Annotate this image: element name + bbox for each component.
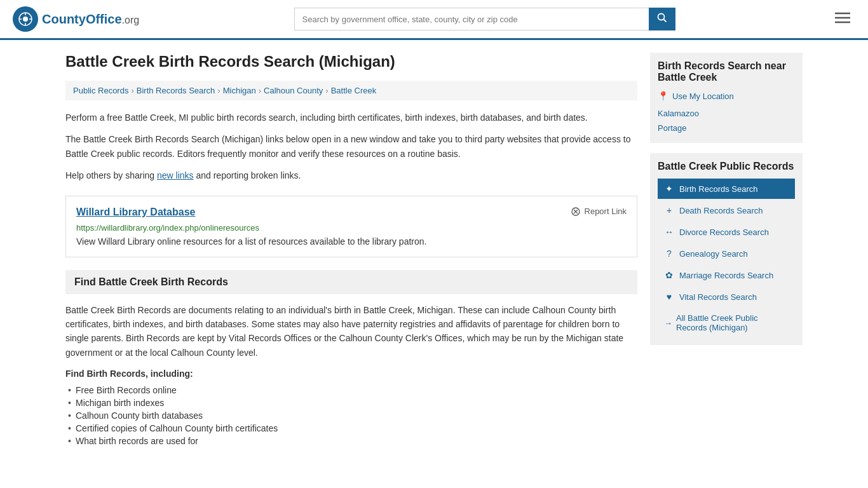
link-card-description: View Willard Library online resources fo… [76,236,627,247]
sidebar-divorce-records[interactable]: ↔ Divorce Records Search [658,222,795,242]
svg-line-7 [663,20,666,22]
report-icon [571,207,581,217]
link-card-title: Willard Library Database [76,207,195,218]
report-link-button[interactable]: Report Link [571,207,627,217]
find-section-header: Find Battle Creek Birth Records [65,270,637,294]
breadcrumb-calhoun-county[interactable]: Calhoun County [264,86,323,95]
description-para-2: The Battle Creek Birth Records Search (M… [65,132,637,161]
svg-point-6 [658,14,664,20]
search-input[interactable] [294,8,649,30]
arrow-icon: → [664,318,672,328]
birth-icon: ✦ [664,184,674,194]
link-card-header: Willard Library Database Report Link [76,207,627,218]
breadcrumb-battle-creek[interactable]: Battle Creek [331,86,377,95]
marriage-icon: ✿ [664,270,674,280]
breadcrumb-sep-2: › [217,86,220,95]
svg-point-1 [23,17,28,22]
nearby-kalamazoo[interactable]: Kalamazoo [658,106,795,121]
list-item: Michigan birth indexes [65,396,637,409]
pin-icon: 📍 [658,91,668,101]
sidebar-death-records[interactable]: + Death Records Search [658,200,795,220]
death-icon: + [664,205,674,215]
menu-button[interactable] [830,8,855,30]
main-container: Battle Creek Birth Records Search (Michi… [53,40,815,460]
logo-area: CountyOffice.org [13,6,139,32]
nearby-portage[interactable]: Portage [658,121,795,135]
link-card-url: https://willardlibrary.org/index.php/onl… [76,223,627,233]
list-item: What birth records are used for [65,435,637,447]
description: Perform a free Battle Creek, MI public b… [65,111,637,183]
link-card: Willard Library Database Report Link htt… [65,196,637,257]
content-area: Battle Creek Birth Records Search (Michi… [65,53,637,447]
link-card-title-link[interactable]: Willard Library Database [76,207,195,217]
breadcrumb-sep-4: › [325,86,328,95]
sidebar-vital-records[interactable]: ♥ Vital Records Search [658,287,795,307]
search-area [294,8,675,30]
divorce-records-label: Divorce Records Search [679,227,769,237]
death-records-label: Death Records Search [679,206,763,215]
sidebar-public-records: Battle Creek Public Records ✦ Birth Reco… [650,153,803,345]
use-my-location[interactable]: 📍 Use My Location [658,91,795,101]
birth-records-label: Birth Records Search [679,184,758,194]
vital-icon: ♥ [664,292,674,302]
new-links-link[interactable]: new links [157,170,194,180]
nearby-links: Kalamazoo Portage [658,106,795,135]
list-item: Certified copies of Calhoun County birth… [65,422,637,435]
sidebar: Birth Records Search near Battle Creek 📍… [650,53,803,447]
search-button[interactable] [649,8,675,30]
use-my-location-link[interactable]: Use My Location [672,92,734,101]
genealogy-label: Genealogy Search [679,249,748,259]
find-section-body: Battle Creek Birth Records are documents… [65,303,637,360]
sidebar-genealogy-search[interactable]: ? Genealogy Search [658,243,795,264]
breadcrumb-sep-3: › [259,86,261,95]
breadcrumb: Public Records › Birth Records Search › … [65,81,637,100]
sidebar-marriage-records[interactable]: ✿ Marriage Records Search [658,265,795,285]
description-para-3: Help others by sharing new links and rep… [65,168,637,182]
all-records-label: All Battle Creek Public Records (Michiga… [676,313,789,332]
bullet-list: Free Birth Records online Michigan birth… [65,384,637,447]
list-item: Calhoun County birth databases [65,409,637,422]
breadcrumb-michigan[interactable]: Michigan [223,86,256,95]
header: CountyOffice.org [0,0,868,40]
sidebar-nearby-title: Birth Records Search near Battle Creek [658,60,795,83]
breadcrumb-birth-records-search[interactable]: Birth Records Search [137,86,215,95]
sidebar-birth-records[interactable]: ✦ Birth Records Search [658,179,795,199]
genealogy-icon: ? [664,248,674,259]
sidebar-records-title: Battle Creek Public Records [658,161,795,172]
logo-icon [13,6,38,32]
divorce-icon: ↔ [664,227,674,237]
marriage-records-label: Marriage Records Search [679,271,773,280]
list-item: Free Birth Records online [65,384,637,396]
logo-text: CountyOffice.org [42,12,139,27]
breadcrumb-public-records[interactable]: Public Records [73,86,128,95]
page-title: Battle Creek Birth Records Search (Michi… [65,53,637,71]
find-subsection-title: Find Birth Records, including: [65,369,637,379]
breadcrumb-sep-1: › [131,86,133,95]
sidebar-all-records-link[interactable]: → All Battle Creek Public Records (Michi… [658,308,795,337]
vital-records-label: Vital Records Search [679,292,757,302]
sidebar-nearby: Birth Records Search near Battle Creek 📍… [650,53,803,143]
description-para-1: Perform a free Battle Creek, MI public b… [65,111,637,125]
